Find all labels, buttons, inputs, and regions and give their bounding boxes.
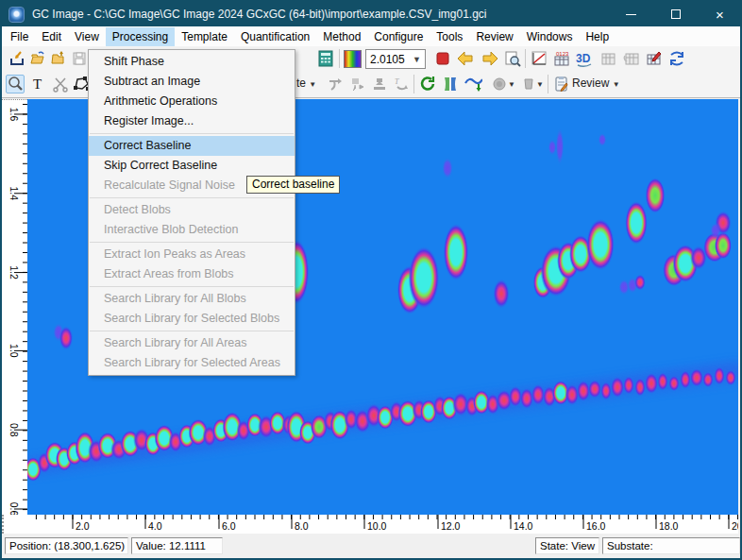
menu-item-skip-correct-baseline[interactable]: Skip Correct Baseline [89,156,295,176]
colormap-icon[interactable] [344,50,362,68]
menu-item-shift-phase[interactable]: Shift Phase [89,52,295,72]
review-icon[interactable] [552,75,571,93]
menu-item-search-library-for-selected-blobs: Search Library for Selected Blobs [89,309,295,329]
smooth-signal-icon[interactable] [464,75,482,93]
signal-plot-icon[interactable] [530,49,548,68]
close-icon: × [716,8,724,22]
minimize-icon [626,14,636,15]
svg-text:8.0: 8.0 [295,520,309,532]
close-button[interactable]: × [698,0,742,28]
status-value: Value: 12.1111 [131,537,223,554]
template-dropdown[interactable]: te ▼ [296,76,316,90]
chevron-down-icon: ▼ [613,80,620,89]
save-image-icon [70,49,89,68]
svg-text:0123: 0123 [556,51,569,57]
menu-item-register-image[interactable]: Register Image... [89,111,295,131]
svg-text:4.0: 4.0 [148,520,162,532]
apply-template-icon [326,75,345,93]
menu-review[interactable]: Review [469,27,519,46]
menu-item-correct-baseline[interactable]: Correct Baseline [89,136,295,156]
svg-text:10.0: 10.0 [367,520,387,532]
close-image-icon[interactable] [49,49,68,68]
preview-icon[interactable] [503,49,522,68]
chevron-down-icon[interactable]: ▼ [536,76,544,90]
menu-bar: FileEditViewProcessingTemplateQuantifica… [2,26,740,46]
processing-menu: Shift PhaseSubtract an ImageArithmetic O… [88,49,295,376]
y-axis-ruler: 1.61.41.21.00.80.6 [2,99,27,515]
menu-template[interactable]: Template [175,27,234,46]
menu-item-arithmetic-operations[interactable]: Arithmetic Operations [89,92,295,111]
zoom-tool-icon[interactable] [6,75,25,93]
cut-tool-icon [51,75,70,93]
menu-view[interactable]: View [68,27,106,46]
tooltip: Correct baseline [246,176,340,194]
status-state: State: View [535,537,599,554]
svg-text:1.2: 1.2 [8,265,19,280]
menu-file[interactable]: File [4,27,35,46]
menu-quantification[interactable]: Quantification [234,27,316,46]
svg-text:1.4: 1.4 [8,186,19,200]
sphere-tool-icon [490,75,509,93]
menu-help[interactable]: Help [579,27,616,46]
forward-icon[interactable] [481,49,499,68]
render-tool-icon [519,75,538,93]
menu-windows[interactable]: Windows [520,27,580,46]
values-table-icon[interactable]: 0123 [552,49,571,68]
copy-template-icon [348,75,367,93]
menu-method[interactable]: Method [316,27,367,46]
status-position: Position: (18.300,1.625) [5,537,128,554]
svg-text:0.8: 0.8 [8,423,19,437]
menu-separator [90,133,294,134]
menu-separator [90,286,294,287]
status-substate: Substate: [602,537,740,554]
svg-text:1.0: 1.0 [8,344,19,358]
menu-item-search-library-for-all-areas: Search Library for All Areas [89,333,295,353]
blob-table-undo-icon [622,49,641,68]
template-transform-icon: T [392,75,411,93]
maximize-icon [671,9,681,19]
stop-icon[interactable] [433,49,452,68]
svg-text:T: T [33,76,42,92]
maximize-button[interactable] [653,0,698,28]
svg-text:2.0: 2.0 [76,520,90,532]
menu-item-subtract-an-image[interactable]: Subtract an Image [89,72,295,92]
menu-processing[interactable]: Processing [106,27,175,46]
refresh-icon[interactable] [418,75,437,93]
menu-separator [90,242,294,243]
ruler-corner [2,515,27,534]
compare-images-icon[interactable] [441,75,460,93]
menu-item-interactive-blob-detection: Interactive Blob Detection [89,220,295,240]
chevron-down-icon[interactable]: ▼ [508,76,515,90]
window-title: GC Image - C:\GC Image\GC Image 2024 GCx… [32,8,487,21]
menu-item-extract-ion-peaks-as-areas: Extract Ion Peaks as Areas [89,245,295,264]
stamp-icon [370,75,389,93]
blob-table-icon [599,49,618,68]
minimize-button[interactable] [609,0,653,28]
three-d-view-icon[interactable]: 3D [575,49,594,68]
zoom-level-combobox[interactable]: 2.0105 ▼ [365,49,426,69]
menu-configure[interactable]: Configure [367,27,430,46]
svg-text:1.6: 1.6 [8,108,19,122]
open-image-icon[interactable] [28,49,47,68]
menu-item-search-library-for-selected-areas: Search Library for Selected Areas [89,353,295,373]
table-edit-icon[interactable] [645,49,664,68]
svg-text:14.0: 14.0 [514,520,533,532]
svg-text:3D: 3D [576,52,591,65]
sync-views-icon[interactable] [667,49,686,68]
review-dropdown[interactable]: Review ▼ [572,76,620,90]
calculator-icon[interactable] [316,49,335,68]
app-logo-icon [8,7,25,23]
menu-edit[interactable]: Edit [35,27,68,46]
svg-text:T: T [395,77,399,86]
back-icon[interactable] [456,49,475,68]
status-bar: Position: (18.300,1.625) Value: 12.1111 … [2,534,740,558]
x-axis-ruler: 2.04.06.08.010.012.014.016.018.020.0 [27,515,738,534]
svg-text:20.0: 20.0 [732,520,738,532]
menu-tools[interactable]: Tools [430,27,469,46]
import-image-icon[interactable] [8,49,26,68]
svg-text:16.0: 16.0 [586,520,606,532]
app-window: GC Image - C:\GC Image\GC Image 2024 GCx… [0,0,742,560]
menu-item-search-library-for-all-blobs: Search Library for All Blobs [89,289,295,309]
text-tool-icon[interactable]: T [28,75,47,93]
title-bar: GC Image - C:\GC Image\GC Image 2024 GCx… [0,0,742,28]
